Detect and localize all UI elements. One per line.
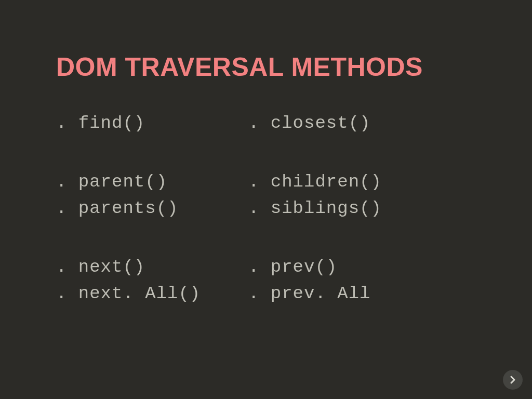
next-slide-button[interactable] — [503, 370, 523, 390]
method-cell-find: . find() — [56, 110, 248, 137]
method-grid: . find() . closest() . parent() . parent… — [56, 110, 480, 307]
method-cell-closest: . closest() — [248, 110, 441, 137]
method-cell-parent: . parent() . parents() — [56, 169, 248, 222]
slide-title: DOM TRAVERSAL METHODS — [56, 52, 480, 82]
slide: DOM TRAVERSAL METHODS . find() . closest… — [0, 0, 532, 399]
method-cell-prev: . prev() . prev. All — [248, 254, 441, 307]
arrow-right-icon — [508, 375, 517, 384]
method-cell-children: . children() . siblings() — [248, 169, 441, 222]
method-cell-next: . next() . next. All() — [56, 254, 248, 307]
